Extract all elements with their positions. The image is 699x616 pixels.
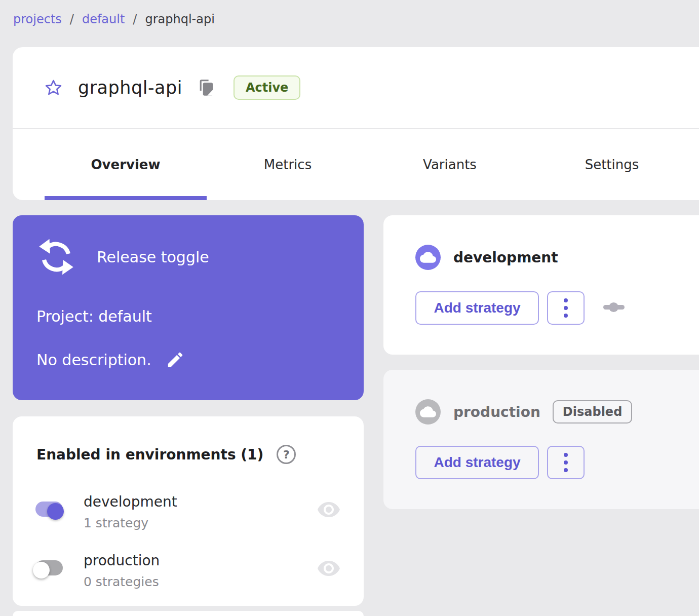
- breadcrumb-default-link[interactable]: default: [82, 12, 125, 26]
- next-card-peek: [13, 611, 364, 616]
- kebab-menu-button[interactable]: [547, 291, 585, 325]
- tab-variants[interactable]: Variants: [369, 129, 531, 200]
- breadcrumb-projects-link[interactable]: projects: [13, 12, 62, 26]
- active-tab-underline: [45, 196, 207, 200]
- disabled-badge: Disabled: [553, 400, 633, 423]
- favorite-star-icon[interactable]: [44, 79, 63, 97]
- cycle-arrows-icon: [38, 239, 74, 275]
- environment-toggle[interactable]: [603, 305, 625, 310]
- release-toggle-card: Release toggle Project: default No descr…: [13, 215, 364, 400]
- description-row: No description.: [36, 350, 185, 369]
- eye-icon[interactable]: [315, 556, 342, 581]
- env-row-name: development: [84, 493, 177, 510]
- toggle-development[interactable]: [35, 502, 63, 517]
- breadcrumb: projects / default / graphql-api: [13, 12, 215, 26]
- add-strategy-button[interactable]: Add strategy: [415, 291, 539, 325]
- env-row-name: production: [84, 552, 160, 569]
- environment-name: development: [453, 249, 558, 266]
- toggle-production[interactable]: [35, 560, 63, 575]
- feature-type-label: Release toggle: [97, 248, 209, 266]
- tab-settings[interactable]: Settings: [531, 129, 693, 200]
- tab-overview[interactable]: Overview: [45, 129, 207, 200]
- feature-title-row: graphql-api Active: [13, 47, 699, 128]
- enabled-environments-panel: Enabled in environments (1) ? developmen…: [13, 416, 364, 606]
- add-strategy-button[interactable]: Add strategy: [415, 446, 539, 479]
- tab-bar: Overview Metrics Variants Settings: [13, 129, 699, 200]
- project-label: Project: default: [36, 307, 152, 325]
- panel-title: Enabled in environments (1): [36, 446, 263, 463]
- environment-card-production: production Disabled Add strategy: [383, 370, 699, 509]
- breadcrumb-separator: /: [133, 12, 137, 26]
- breadcrumb-current: graphql-api: [145, 12, 214, 26]
- tab-metrics[interactable]: Metrics: [207, 129, 369, 200]
- breadcrumb-separator: /: [70, 12, 74, 26]
- kebab-menu-button[interactable]: [547, 446, 585, 479]
- copy-name-icon[interactable]: [199, 79, 214, 96]
- environment-card-development: development Add strategy: [383, 215, 699, 355]
- description-label: No description.: [36, 351, 151, 369]
- cloud-icon: [415, 399, 441, 425]
- feature-title: graphql-api: [78, 78, 182, 98]
- page: projects / default / graphql-api graphql…: [0, 0, 699, 616]
- eye-icon[interactable]: [315, 497, 342, 522]
- environment-name: production: [453, 404, 540, 420]
- release-card-header: Release toggle: [38, 239, 209, 275]
- help-icon[interactable]: ?: [277, 445, 296, 464]
- env-row-strategy-count: 1 strategy: [84, 516, 148, 530]
- env-row-strategy-count: 0 strategies: [84, 574, 159, 589]
- cloud-icon: [415, 245, 441, 270]
- feature-header-card: graphql-api Active Overview Metrics V: [13, 47, 699, 200]
- status-badge: Active: [234, 75, 300, 100]
- edit-description-pencil-icon[interactable]: [166, 350, 185, 369]
